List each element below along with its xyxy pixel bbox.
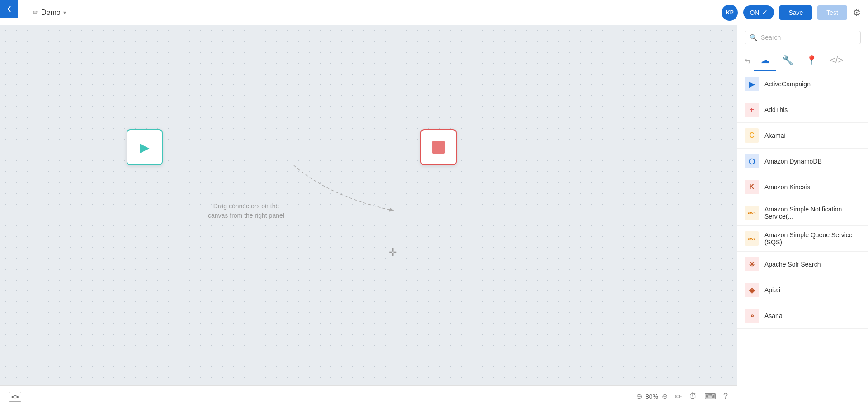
tab-location[interactable]: 📍 bbox=[800, 50, 824, 71]
wrench-icon: 🔧 bbox=[782, 55, 793, 65]
bottom-toolbar: <> ⊖ 80% ⊕ ✏ ⏱ ⌨ ? bbox=[0, 385, 737, 407]
workflow-title: Demo bbox=[41, 9, 61, 17]
panel-tabs: ⇆ ☁ 🔧 📍 </> bbox=[737, 50, 868, 71]
avatar-text: KP bbox=[726, 9, 734, 16]
zoom-in-icon: ⊕ bbox=[662, 392, 668, 401]
zoom-controls: ⊖ 80% ⊕ bbox=[636, 392, 668, 401]
connector-icon: aws bbox=[745, 206, 759, 220]
zoom-level-display: 80% bbox=[646, 393, 658, 400]
start-node-icon: ▶ bbox=[140, 140, 150, 155]
bottom-right: ⊖ 80% ⊕ ✏ ⏱ ⌨ ? bbox=[636, 392, 728, 402]
toggle-button[interactable]: ON ✓ bbox=[743, 5, 774, 19]
connector-list-item[interactable]: awsAmazon Simple Notification Service(..… bbox=[737, 200, 868, 226]
connector-name: Amazon Simple Notification Service(... bbox=[764, 206, 861, 220]
pencil-icon: ✏ bbox=[33, 8, 38, 17]
canvas[interactable]: ▶ Drag connectors on the canvas from the… bbox=[0, 25, 737, 407]
connector-list-item[interactable]: awsAmazon Simple Queue Service (SQS) bbox=[737, 226, 868, 252]
canvas-hint: Drag connectors on the canvas from the r… bbox=[208, 201, 284, 220]
zoom-out-button[interactable]: ⊖ bbox=[636, 392, 642, 401]
connector-icon: ⚬ bbox=[745, 309, 759, 323]
title-dropdown-icon[interactable]: ▾ bbox=[63, 9, 66, 16]
start-node[interactable]: ▶ bbox=[127, 129, 163, 165]
end-node-icon bbox=[432, 141, 445, 154]
toggle-label: ON bbox=[750, 9, 759, 16]
connector-icon: + bbox=[745, 103, 759, 117]
connector-name: AddThis bbox=[764, 106, 788, 113]
canvas-hint-text: Drag connectors on the canvas from the r… bbox=[208, 201, 284, 220]
connector-list-item[interactable]: +AddThis bbox=[737, 97, 868, 123]
connector-name: Amazon Kinesis bbox=[764, 183, 810, 191]
zoom-out-icon: ⊖ bbox=[636, 392, 642, 401]
bottom-left: <> bbox=[9, 392, 21, 402]
connector-name: Asana bbox=[764, 312, 783, 319]
history-icon-button[interactable]: ⏱ bbox=[689, 392, 697, 401]
connector-name: Api.ai bbox=[764, 286, 780, 294]
connector-name: Amazon Simple Queue Service (SQS) bbox=[764, 231, 861, 246]
back-button[interactable] bbox=[0, 0, 18, 18]
connector-name: Apache Solr Search bbox=[764, 261, 821, 268]
header: ✏ Demo ▾ KP ON ✓ Save Test ⚙ bbox=[0, 0, 868, 25]
code-tag-icon: </> bbox=[830, 55, 843, 65]
avatar-button[interactable]: KP bbox=[722, 5, 738, 21]
connector-list-item[interactable]: KAmazon Kinesis bbox=[737, 174, 868, 200]
search-bar: 🔍 bbox=[737, 25, 868, 50]
connector-list: ▶ActiveCampaign+AddThisCAkamai⬡Amazon Dy… bbox=[737, 71, 868, 407]
connector-icon: aws bbox=[745, 231, 759, 246]
connector-name: ActiveCampaign bbox=[764, 80, 811, 88]
bottom-code-icon: <> bbox=[9, 392, 21, 402]
search-input-wrapper: 🔍 bbox=[745, 31, 861, 44]
connector-list-item[interactable]: ▶ActiveCampaign bbox=[737, 71, 868, 97]
header-right: KP ON ✓ Save Test ⚙ bbox=[722, 5, 861, 21]
connector-name: Amazon DynamoDB bbox=[764, 158, 822, 165]
connector-icon: ☀ bbox=[745, 257, 759, 271]
move-cursor-icon: ✛ bbox=[389, 247, 397, 258]
connector-list-item[interactable]: CAkamai bbox=[737, 123, 868, 149]
end-node[interactable] bbox=[420, 129, 457, 165]
tab-cloud[interactable]: ☁ bbox=[754, 50, 776, 71]
toggle-check-icon: ✓ bbox=[762, 8, 768, 17]
zoom-in-button[interactable]: ⊕ bbox=[662, 392, 668, 401]
edit-icon-button[interactable]: ✏ bbox=[675, 392, 682, 402]
keyboard-icon-button[interactable]: ⌨ bbox=[704, 392, 716, 402]
right-panel: 🔍 ⇆ ☁ 🔧 📍 </> ▶ActiveCampaign+AddThisCAk… bbox=[737, 25, 868, 407]
gear-icon: ⚙ bbox=[853, 7, 861, 18]
connector-icon: C bbox=[745, 128, 759, 143]
connector-icon: ▶ bbox=[745, 77, 759, 91]
search-input[interactable] bbox=[761, 34, 856, 41]
save-button[interactable]: Save bbox=[779, 5, 812, 20]
connector-icon: K bbox=[745, 180, 759, 194]
connector-icon: ◈ bbox=[745, 283, 759, 297]
connector-list-item[interactable]: ⬡Amazon DynamoDB bbox=[737, 149, 868, 174]
keyboard-icon: ⌨ bbox=[704, 392, 716, 402]
search-icon: 🔍 bbox=[750, 34, 757, 41]
connector-list-item[interactable]: ⚬Asana bbox=[737, 303, 868, 329]
question-icon: ? bbox=[723, 392, 728, 401]
tab-code[interactable]: </> bbox=[824, 51, 849, 71]
bottom-code-button[interactable]: <> bbox=[9, 392, 21, 402]
connector-icon: ⬡ bbox=[745, 154, 759, 168]
main-area: ▶ Drag connectors on the canvas from the… bbox=[0, 25, 868, 407]
help-button[interactable]: ? bbox=[723, 392, 728, 401]
collapse-panel-button[interactable]: ⇆ bbox=[745, 52, 754, 70]
canvas-svg bbox=[0, 25, 737, 407]
connector-list-item[interactable]: ☀Apache Solr Search bbox=[737, 252, 868, 277]
cloud-icon: ☁ bbox=[760, 55, 769, 65]
connector-list-item[interactable]: ◈Api.ai bbox=[737, 277, 868, 303]
location-icon: 📍 bbox=[806, 55, 817, 65]
connector-name: Akamai bbox=[764, 132, 786, 139]
title-area: ✏ Demo ▾ bbox=[33, 8, 66, 17]
test-button[interactable]: Test bbox=[817, 5, 847, 20]
tab-wrench[interactable]: 🔧 bbox=[776, 50, 800, 71]
settings-button[interactable]: ⚙ bbox=[853, 7, 861, 18]
